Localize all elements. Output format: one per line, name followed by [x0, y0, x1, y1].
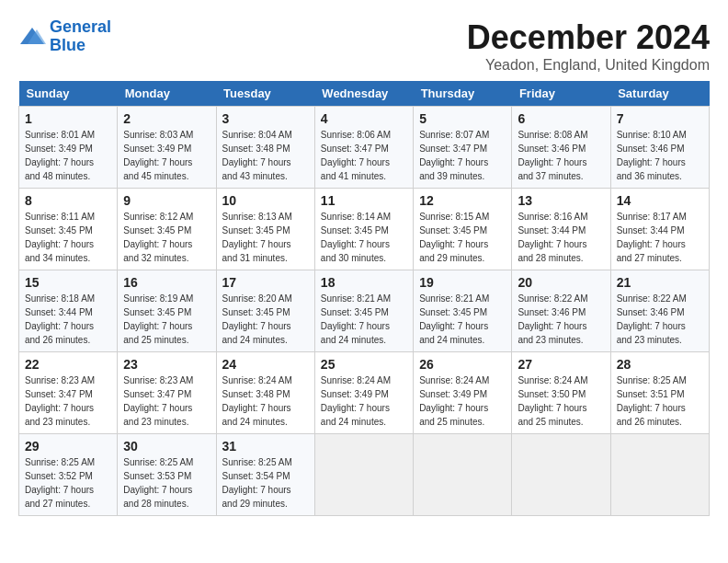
day-number: 30 [123, 439, 210, 454]
day-info: Sunrise: 8:01 AMSunset: 3:49 PMDaylight:… [25, 128, 111, 183]
logo: General Blue [18, 18, 111, 55]
day-info: Sunrise: 8:23 AMSunset: 3:47 PMDaylight:… [25, 373, 111, 429]
calendar-cell: 7 Sunrise: 8:10 AMSunset: 3:46 PMDayligh… [610, 107, 709, 189]
logo-text: General Blue [50, 18, 111, 55]
day-number: 19 [419, 275, 506, 290]
calendar-cell: 25 Sunrise: 8:24 AMSunset: 3:49 PMDaylig… [314, 352, 413, 434]
day-number: 14 [617, 193, 703, 208]
day-number: 28 [617, 357, 703, 372]
day-info: Sunrise: 8:03 AMSunset: 3:49 PMDaylight:… [123, 128, 210, 183]
day-info: Sunrise: 8:25 AMSunset: 3:53 PMDaylight:… [123, 455, 210, 511]
day-number: 17 [222, 275, 309, 290]
header: General Blue December 2024 Yeadon, Engla… [18, 18, 710, 74]
day-info: Sunrise: 8:20 AMSunset: 3:45 PMDaylight:… [222, 292, 309, 347]
day-number: 12 [419, 193, 506, 208]
calendar-body: 1 Sunrise: 8:01 AMSunset: 3:49 PMDayligh… [19, 107, 710, 516]
day-info: Sunrise: 8:25 AMSunset: 3:54 PMDaylight:… [222, 455, 309, 511]
day-info: Sunrise: 8:18 AMSunset: 3:44 PMDaylight:… [25, 292, 111, 347]
day-info: Sunrise: 8:08 AMSunset: 3:46 PMDaylight:… [518, 128, 604, 183]
calendar-week-2: 8 Sunrise: 8:11 AMSunset: 3:45 PMDayligh… [19, 189, 710, 270]
day-info: Sunrise: 8:14 AMSunset: 3:45 PMDaylight:… [321, 210, 407, 265]
calendar-cell: 18 Sunrise: 8:21 AMSunset: 3:45 PMDaylig… [314, 270, 413, 352]
day-info: Sunrise: 8:24 AMSunset: 3:49 PMDaylight:… [419, 373, 506, 429]
day-info: Sunrise: 8:25 AMSunset: 3:52 PMDaylight:… [25, 455, 111, 511]
calendar-cell: 13 Sunrise: 8:16 AMSunset: 3:44 PMDaylig… [512, 189, 610, 270]
calendar-cell: 4 Sunrise: 8:06 AMSunset: 3:47 PMDayligh… [314, 107, 413, 189]
day-number: 16 [123, 275, 210, 290]
day-info: Sunrise: 8:21 AMSunset: 3:45 PMDaylight:… [321, 292, 407, 347]
day-info: Sunrise: 8:19 AMSunset: 3:45 PMDaylight:… [123, 292, 210, 347]
calendar-week-1: 1 Sunrise: 8:01 AMSunset: 3:49 PMDayligh… [19, 107, 710, 189]
day-number: 4 [321, 111, 407, 126]
day-number: 7 [617, 111, 703, 126]
calendar-cell: 3 Sunrise: 8:04 AMSunset: 3:48 PMDayligh… [216, 107, 314, 189]
day-number: 27 [518, 357, 604, 372]
calendar-cell [512, 434, 610, 516]
calendar-header-row: SundayMondayTuesdayWednesdayThursdayFrid… [19, 81, 710, 107]
day-info: Sunrise: 8:10 AMSunset: 3:46 PMDaylight:… [617, 128, 703, 183]
header-cell-saturday: Saturday [610, 81, 709, 107]
calendar-cell: 8 Sunrise: 8:11 AMSunset: 3:45 PMDayligh… [19, 189, 118, 270]
day-number: 21 [617, 275, 703, 290]
calendar-cell: 28 Sunrise: 8:25 AMSunset: 3:51 PMDaylig… [610, 352, 709, 434]
header-cell-monday: Monday [118, 81, 216, 107]
calendar-week-4: 22 Sunrise: 8:23 AMSunset: 3:47 PMDaylig… [19, 352, 710, 434]
day-info: Sunrise: 8:12 AMSunset: 3:45 PMDaylight:… [123, 210, 210, 265]
calendar-cell: 17 Sunrise: 8:20 AMSunset: 3:45 PMDaylig… [216, 270, 314, 352]
day-info: Sunrise: 8:21 AMSunset: 3:45 PMDaylight:… [419, 292, 506, 347]
day-number: 3 [222, 111, 309, 126]
day-number: 15 [25, 275, 111, 290]
calendar-cell: 12 Sunrise: 8:15 AMSunset: 3:45 PMDaylig… [414, 189, 512, 270]
calendar-cell: 1 Sunrise: 8:01 AMSunset: 3:49 PMDayligh… [19, 107, 118, 189]
day-number: 22 [25, 357, 111, 372]
subtitle: Yeadon, England, United Kingdom [467, 57, 710, 74]
calendar-cell: 21 Sunrise: 8:22 AMSunset: 3:46 PMDaylig… [610, 270, 709, 352]
day-number: 1 [25, 111, 111, 126]
day-number: 25 [321, 357, 407, 372]
day-number: 6 [518, 111, 604, 126]
day-number: 18 [321, 275, 407, 290]
header-cell-tuesday: Tuesday [216, 81, 314, 107]
day-info: Sunrise: 8:25 AMSunset: 3:51 PMDaylight:… [617, 373, 703, 429]
day-number: 23 [123, 357, 210, 372]
day-info: Sunrise: 8:24 AMSunset: 3:49 PMDaylight:… [321, 373, 407, 429]
day-info: Sunrise: 8:16 AMSunset: 3:44 PMDaylight:… [518, 210, 604, 265]
header-cell-friday: Friday [512, 81, 610, 107]
calendar-cell: 24 Sunrise: 8:24 AMSunset: 3:48 PMDaylig… [216, 352, 314, 434]
calendar-cell: 10 Sunrise: 8:13 AMSunset: 3:45 PMDaylig… [216, 189, 314, 270]
calendar-cell: 22 Sunrise: 8:23 AMSunset: 3:47 PMDaylig… [19, 352, 118, 434]
day-number: 29 [25, 439, 111, 454]
day-number: 5 [419, 111, 506, 126]
day-number: 8 [25, 193, 111, 208]
calendar-cell [314, 434, 413, 516]
header-cell-thursday: Thursday [414, 81, 512, 107]
day-info: Sunrise: 8:15 AMSunset: 3:45 PMDaylight:… [419, 210, 506, 265]
day-info: Sunrise: 8:06 AMSunset: 3:47 PMDaylight:… [321, 128, 407, 183]
day-number: 10 [222, 193, 309, 208]
day-number: 9 [123, 193, 210, 208]
calendar-cell: 29 Sunrise: 8:25 AMSunset: 3:52 PMDaylig… [19, 434, 118, 516]
day-info: Sunrise: 8:07 AMSunset: 3:47 PMDaylight:… [419, 128, 506, 183]
day-info: Sunrise: 8:24 AMSunset: 3:50 PMDaylight:… [518, 373, 604, 429]
day-info: Sunrise: 8:23 AMSunset: 3:47 PMDaylight:… [123, 373, 210, 429]
header-cell-wednesday: Wednesday [314, 81, 413, 107]
header-cell-sunday: Sunday [19, 81, 118, 107]
calendar-cell: 11 Sunrise: 8:14 AMSunset: 3:45 PMDaylig… [314, 189, 413, 270]
calendar-cell: 5 Sunrise: 8:07 AMSunset: 3:47 PMDayligh… [414, 107, 512, 189]
calendar-cell: 2 Sunrise: 8:03 AMSunset: 3:49 PMDayligh… [118, 107, 216, 189]
calendar-cell: 14 Sunrise: 8:17 AMSunset: 3:44 PMDaylig… [610, 189, 709, 270]
title-area: December 2024 Yeadon, England, United Ki… [467, 18, 710, 74]
day-info: Sunrise: 8:04 AMSunset: 3:48 PMDaylight:… [222, 128, 309, 183]
day-number: 2 [123, 111, 210, 126]
calendar-cell: 30 Sunrise: 8:25 AMSunset: 3:53 PMDaylig… [118, 434, 216, 516]
calendar-cell: 20 Sunrise: 8:22 AMSunset: 3:46 PMDaylig… [512, 270, 610, 352]
day-info: Sunrise: 8:11 AMSunset: 3:45 PMDaylight:… [25, 210, 111, 265]
day-number: 11 [321, 193, 407, 208]
logo-icon [18, 26, 46, 48]
calendar-week-5: 29 Sunrise: 8:25 AMSunset: 3:52 PMDaylig… [19, 434, 710, 516]
day-info: Sunrise: 8:22 AMSunset: 3:46 PMDaylight:… [518, 292, 604, 347]
month-title: December 2024 [467, 18, 710, 57]
calendar-cell: 9 Sunrise: 8:12 AMSunset: 3:45 PMDayligh… [118, 189, 216, 270]
day-number: 26 [419, 357, 506, 372]
calendar-week-3: 15 Sunrise: 8:18 AMSunset: 3:44 PMDaylig… [19, 270, 710, 352]
